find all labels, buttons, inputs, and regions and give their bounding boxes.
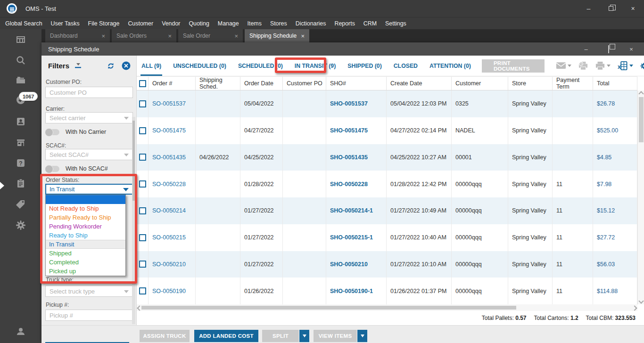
sho-link[interactable]: SHO-0050210: [330, 261, 368, 268]
vertical-scrollbar-thumb[interactable]: [639, 97, 644, 142]
close-button[interactable]: ×: [622, 0, 644, 17]
order-link[interactable]: SO-0051475: [152, 127, 186, 134]
print-button[interactable]: [595, 61, 611, 71]
add-landed-cost-button[interactable]: ADD LANDED COST: [194, 330, 258, 342]
order-link[interactable]: SO-0051537: [152, 100, 186, 107]
menu-item[interactable]: File Storage: [84, 17, 124, 29]
sho-link[interactable]: SHO-0050228: [330, 181, 368, 188]
panel-close-button[interactable]: ×: [628, 46, 635, 53]
no-scac-toggle[interactable]: [45, 166, 59, 172]
document-tab[interactable]: Sale Orders ×: [112, 29, 176, 42]
tab-close-icon[interactable]: ×: [301, 33, 305, 40]
dashboard-icon[interactable]: [15, 34, 26, 45]
sho-link[interactable]: SHO-0051475: [330, 127, 368, 134]
panel-minimize-button[interactable]: –: [583, 46, 589, 53]
menu-item[interactable]: Reports: [330, 17, 359, 29]
order-status-option[interactable]: Completed: [46, 258, 125, 267]
document-tab[interactable]: Dashboard ×: [45, 29, 110, 42]
row-checkbox[interactable]: [139, 154, 146, 161]
order-status-option[interactable]: Pending Workorder: [46, 222, 125, 231]
scac-select[interactable]: Select SCAC#: [45, 149, 133, 160]
print-documents-button[interactable]: PRINT DOCUMENTS: [482, 59, 545, 73]
order-status-option[interactable]: Shipped: [46, 249, 125, 258]
print-preview-button[interactable]: [578, 61, 588, 71]
table-row[interactable]: SO-0050215 01/27/2022 SHO-0050215-1 01/2…: [137, 224, 637, 251]
grid-settings-gear-icon[interactable]: [640, 61, 644, 71]
close-filters-icon[interactable]: [122, 61, 131, 70]
column-header-total[interactable]: Total: [593, 77, 637, 90]
order-status-option[interactable]: Picked up: [46, 267, 125, 276]
clear-filters-icon[interactable]: [74, 62, 82, 69]
order-link[interactable]: SO-0050190: [152, 288, 186, 294]
help-icon[interactable]: ?: [15, 157, 26, 169]
row-checkbox[interactable]: [139, 127, 146, 134]
table-row[interactable]: SO-0050214 01/27/2022 SHO-0050214-1 01/2…: [137, 197, 637, 224]
filters-scrollbar[interactable]: [132, 117, 135, 324]
assign-truck-button[interactable]: ASSIGN TRUCK: [140, 330, 190, 342]
pickup-input[interactable]: [45, 310, 133, 321]
split-button[interactable]: SPLIT: [262, 330, 299, 342]
menu-item[interactable]: CRM: [359, 17, 381, 29]
scroll-down-icon[interactable]: [638, 298, 644, 303]
status-tab[interactable]: UNSCHEDULED (0): [172, 56, 227, 76]
table-row[interactable]: SO-0050210 01/27/2022 SHO-0050210 01/27/…: [137, 251, 637, 278]
column-header-create-date[interactable]: Create Date: [387, 77, 452, 90]
column-header-shipping-sched[interactable]: Shipping Sched.: [196, 77, 240, 90]
order-status-option[interactable]: Not Ready to Ship: [46, 204, 125, 213]
row-checkbox[interactable]: [139, 261, 146, 268]
column-header-sho[interactable]: SHO#: [326, 77, 387, 90]
column-header-payment-term[interactable]: Payment Term: [553, 77, 593, 90]
row-checkbox[interactable]: [139, 234, 146, 241]
contacts-icon[interactable]: [15, 116, 26, 127]
menu-item[interactable]: Global Search: [1, 17, 47, 29]
order-link[interactable]: SO-0050214: [152, 207, 186, 214]
settings-gear-icon[interactable]: [15, 220, 26, 231]
row-checkbox[interactable]: [139, 207, 146, 214]
orders-clipboard-icon[interactable]: [15, 178, 26, 189]
vertical-scrollbar[interactable]: [637, 90, 644, 304]
menu-item[interactable]: Settings: [381, 17, 411, 29]
scroll-up-icon[interactable]: [638, 91, 644, 96]
sho-link[interactable]: SHO-0051537: [330, 100, 368, 107]
sidebar-expander-arrow[interactable]: [0, 182, 4, 189]
tab-close-icon[interactable]: ×: [101, 33, 105, 40]
view-items-dropdown-button[interactable]: [357, 330, 367, 342]
select-all-checkbox[interactable]: [139, 80, 146, 87]
carrier-select[interactable]: Select carrier: [45, 112, 133, 123]
sho-link[interactable]: SHO-0050190-1: [330, 288, 373, 294]
order-status-select[interactable]: In Transit: [45, 184, 133, 195]
table-row[interactable]: SO-0050228 01/28/2022 SHO-0050228 01/28/…: [137, 171, 637, 197]
user-icon[interactable]: [15, 326, 26, 337]
restore-button[interactable]: [600, 0, 622, 17]
table-row[interactable]: SO-0051537 05/04/2022 SHO-0051537 05/04/…: [137, 90, 637, 117]
tab-close-icon[interactable]: ×: [168, 33, 172, 40]
order-status-option[interactable]: Ready to Ship: [46, 231, 125, 240]
sho-link[interactable]: SHO-0050214-1: [330, 207, 373, 214]
search-icon[interactable]: [15, 55, 26, 66]
split-dropdown-button[interactable]: [299, 330, 309, 342]
menu-item[interactable]: Quoting: [184, 17, 213, 29]
scroll-right-icon[interactable]: [632, 305, 637, 310]
menu-item[interactable]: Stores: [266, 17, 291, 29]
export-excel-button[interactable]: x: [617, 61, 633, 71]
status-tab[interactable]: ATTENTION (0): [429, 56, 472, 76]
email-button[interactable]: [556, 62, 571, 70]
column-header-order-date[interactable]: Order Date: [240, 77, 283, 90]
status-tab[interactable]: SCHEDULED (0): [237, 56, 284, 76]
document-tab[interactable]: Sale Order ×: [178, 29, 243, 42]
truck-type-select[interactable]: Select truck type: [45, 286, 133, 297]
column-header-order[interactable]: Order #: [149, 77, 196, 90]
menu-item[interactable]: Vendor: [157, 17, 184, 29]
tags-icon[interactable]: [15, 198, 26, 210]
row-checkbox[interactable]: [139, 287, 146, 294]
menu-item[interactable]: Customer: [124, 17, 157, 29]
menu-item[interactable]: Manage: [214, 17, 243, 29]
menu-item[interactable]: User Tasks: [47, 17, 84, 29]
row-checkbox[interactable]: [139, 100, 146, 107]
status-tab[interactable]: ALL (9): [140, 56, 162, 76]
order-link[interactable]: SO-0050215: [152, 234, 186, 241]
column-header-customer-po[interactable]: Customer PO: [283, 77, 326, 90]
store-icon[interactable]: [15, 137, 26, 148]
order-status-option[interactable]: [46, 195, 125, 204]
no-carrier-toggle[interactable]: [45, 129, 59, 135]
